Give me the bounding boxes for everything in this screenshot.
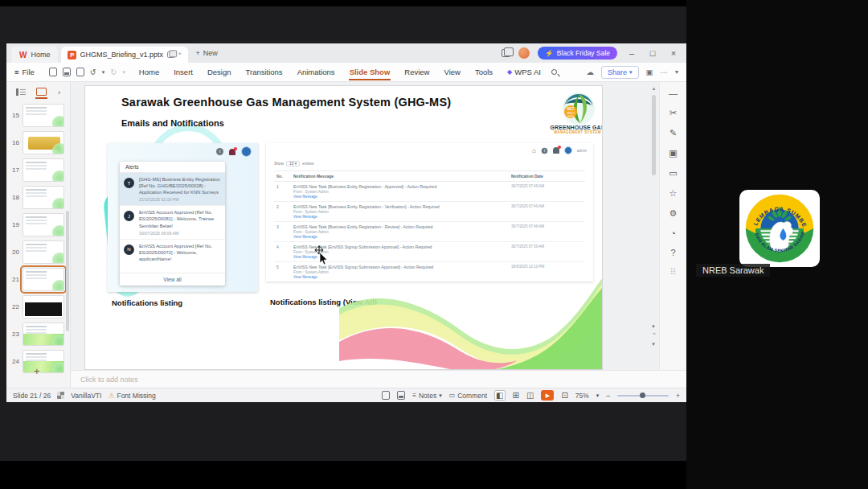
table-row: 3 EnViSS New Task [Business Entity Regis…	[274, 222, 585, 242]
close-button[interactable]: ×	[667, 48, 680, 58]
print-preview-icon[interactable]	[76, 68, 84, 76]
normal-view-button[interactable]: ◧	[494, 390, 505, 401]
slide-thumbnail-19[interactable]	[23, 213, 64, 236]
previous-slide-button[interactable]: ⌃	[652, 332, 655, 339]
black-friday-sale-button[interactable]: ⚡ Black Friday Sale	[538, 47, 617, 60]
window-layout-icon[interactable]	[502, 49, 510, 57]
font-missing-warning[interactable]: ⚠ Font Missing	[108, 392, 155, 400]
menu-home[interactable]: Home	[132, 68, 166, 76]
col-message: Notification Message	[293, 174, 511, 179]
share-button[interactable]: Share ▾	[601, 66, 639, 79]
new-tab-button[interactable]: + New	[196, 49, 218, 57]
zoom-caret-icon[interactable]: ▾	[596, 392, 600, 399]
fullscreen-button[interactable]: ⊡	[561, 391, 567, 400]
cloud-sync-icon[interactable]: ☁	[586, 68, 594, 76]
maximize-button[interactable]: □	[646, 48, 659, 58]
slide-thumbnail-22[interactable]	[23, 295, 64, 318]
participant-name-label: NREB Sarawak	[696, 264, 770, 277]
undo-icon[interactable]: ↺	[90, 68, 96, 76]
menu-wps-ai[interactable]: ◆ WPS AI	[500, 68, 548, 76]
minimize-button[interactable]: –	[625, 48, 638, 58]
slide-sorter-view-button[interactable]: ⊞	[513, 391, 519, 400]
play-icon: ▶	[546, 392, 550, 399]
notes-input-bar[interactable]: Click to add notes	[71, 370, 686, 388]
slideshow-play-button[interactable]: ▶	[541, 390, 554, 401]
wps-ai-label: WPS AI	[514, 68, 541, 76]
help-icon[interactable]: ?	[670, 248, 675, 257]
zoom-slider-handle[interactable]	[640, 392, 645, 398]
zoom-out-button[interactable]: –	[606, 392, 610, 400]
animation-pane-icon[interactable]: ☆	[669, 188, 678, 199]
history-pane-icon[interactable]: ◔	[670, 228, 676, 238]
slide-thumbnail-18[interactable]	[23, 186, 64, 209]
svg-text:NET: NET	[567, 107, 575, 111]
redo-icon[interactable]: ↻	[110, 68, 117, 76]
scrollbar-thumb[interactable]	[652, 95, 656, 175]
zoom-percentage[interactable]: 75%	[575, 392, 589, 400]
slide-thumbnail-23[interactable]	[23, 323, 64, 346]
next-slide-button[interactable]: ▾	[652, 341, 655, 347]
scroll-up-icon[interactable]: ▴	[653, 85, 656, 91]
menu-review[interactable]: Review	[397, 68, 436, 76]
slide-thumbnail-21-selected[interactable]	[23, 268, 64, 291]
shapes-pane-icon[interactable]: ▣	[669, 148, 677, 158]
menu-view[interactable]: View	[436, 68, 467, 76]
ribbon-menu-bar: ≡ File ↺ ▾ ↻ ▾ Home Insert Design Transi…	[6, 63, 686, 82]
outline-view-icon[interactable]	[16, 88, 25, 96]
menu-insert[interactable]: Insert	[166, 68, 200, 76]
decorative-wave-graphic	[339, 265, 603, 370]
account-avatar[interactable]	[518, 47, 530, 59]
mouse-cursor	[313, 245, 329, 266]
alert-avatar: N	[124, 244, 134, 255]
comment-toggle[interactable]: ▭ Comment	[449, 392, 487, 400]
ribbon-layout-icon[interactable]: ▣	[646, 68, 653, 76]
add-slide-button[interactable]: +	[34, 365, 40, 377]
notes-toggle[interactable]: ≡ Notes ▾	[412, 392, 441, 400]
save-icon[interactable]	[49, 68, 57, 76]
handout-icon[interactable]	[397, 391, 405, 400]
scroll-down-icon[interactable]: ▾	[652, 323, 655, 330]
slide-thumbnail-17[interactable]	[23, 158, 64, 182]
menu-slide-show[interactable]: Slide Show	[342, 68, 398, 76]
menu-tools[interactable]: Tools	[468, 68, 500, 76]
more-options-icon[interactable]: ⋯	[660, 68, 668, 76]
settings-pane-icon[interactable]: ⚙	[669, 208, 678, 219]
collapse-strip-icon[interactable]: —	[669, 88, 678, 98]
tab-split-icon[interactable]	[167, 51, 174, 58]
slide-view-icon[interactable]	[36, 88, 47, 96]
collapse-panel-icon[interactable]: ›	[58, 88, 60, 97]
slide-indicator: Slide 21 / 26	[13, 392, 51, 400]
file-menu[interactable]: ≡ File	[6, 68, 43, 76]
menu-transitions[interactable]: Transitions	[239, 68, 290, 76]
alert-item: J EnViSS Account Approved [Ref No. ES/20…	[120, 206, 225, 239]
redo-caret-icon[interactable]: ▾	[122, 69, 125, 76]
slide-21-content[interactable]: Sarawak Greenhouse Gas Management System…	[84, 85, 603, 370]
tools-icon[interactable]: ✂	[669, 108, 677, 118]
comment-pane-icon[interactable]: ▭	[669, 168, 677, 179]
collapse-ribbon-icon[interactable]: ▾	[675, 68, 678, 76]
ppt-file-icon: P	[68, 51, 76, 60]
print-icon[interactable]	[63, 68, 71, 76]
task-pane-icon[interactable]	[382, 391, 390, 400]
theme-name[interactable]: VanillaVTI	[71, 392, 101, 400]
apps-grid-icon[interactable]: ⠿	[669, 267, 676, 277]
search-icon[interactable]	[551, 69, 557, 75]
zoom-slider[interactable]	[617, 395, 669, 397]
document-tab[interactable]: P GHGMS_Briefing_v1.pptx *	[61, 47, 187, 63]
edit-effects-icon[interactable]: ✎	[669, 128, 677, 138]
bell-notification-icon	[229, 149, 235, 155]
panel-scrollbar[interactable]	[66, 211, 69, 331]
plus-icon: +	[196, 49, 200, 57]
home-tab[interactable]: W Home	[11, 47, 58, 63]
hamburger-icon: ≡	[14, 68, 19, 76]
zoom-in-button[interactable]: +	[676, 392, 680, 400]
slide-thumbnail-15[interactable]	[23, 104, 64, 127]
menu-design[interactable]: Design	[200, 68, 239, 76]
menu-animations[interactable]: Animations	[290, 68, 342, 76]
slide-thumbnail-16[interactable]	[23, 131, 64, 154]
slide-thumbnail-20[interactable]	[23, 240, 64, 264]
slide-nav-buttons[interactable]: ▾ ⌃ ▾	[649, 323, 657, 347]
slide-thumbnail-24[interactable]	[23, 350, 64, 373]
reading-view-button[interactable]: ◫	[526, 391, 534, 400]
undo-caret-icon[interactable]: ▾	[102, 69, 105, 76]
